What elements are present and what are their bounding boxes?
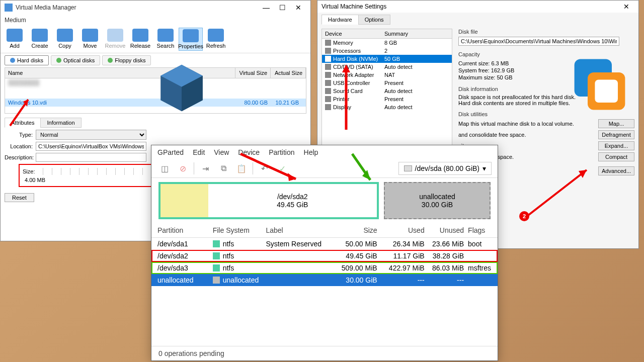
- tool-refresh[interactable]: Refresh: [204, 28, 228, 51]
- menu-edit[interactable]: Edit: [193, 148, 205, 156]
- disk-icon: [404, 165, 412, 171]
- device-row-printer[interactable]: PrinterPresent: [322, 95, 452, 103]
- device-row-display[interactable]: DisplayAuto detect: [322, 103, 452, 111]
- advanced-button[interactable]: Advanced...: [598, 166, 634, 175]
- disk-file-label: Disk file: [458, 29, 634, 35]
- menu-help[interactable]: Help: [304, 148, 318, 156]
- device-row-network-adapter[interactable]: Network AdapterNAT: [322, 71, 452, 79]
- tab-optical-disks[interactable]: Optical disks: [51, 55, 100, 65]
- vbox-app-icon: [5, 4, 13, 12]
- tab-options[interactable]: Options: [358, 15, 390, 25]
- label-type: Type:: [5, 132, 36, 138]
- resize-icon[interactable]: ⇥: [198, 161, 212, 175]
- chevron-down-icon: ▾: [482, 164, 486, 172]
- defragment-button[interactable]: Defragment: [598, 130, 634, 139]
- gparted-statusbar: 0 operations pending: [151, 346, 498, 360]
- close-button[interactable]: ✕: [290, 2, 306, 14]
- tool-copy[interactable]: Copy: [53, 28, 77, 51]
- partition-visualization: /dev/sda2 49.45 GiB unallocated 30.00 Gi…: [158, 182, 491, 219]
- tab-attributes[interactable]: Attributes: [5, 118, 41, 128]
- device-row-processors[interactable]: Processors2: [322, 47, 452, 55]
- close-button[interactable]: ✕: [618, 1, 634, 13]
- tool-release[interactable]: Release: [128, 28, 152, 51]
- apply-icon[interactable]: ✓: [275, 161, 289, 175]
- tool-remove: Remove: [103, 28, 127, 51]
- new-partition-icon[interactable]: ◫: [157, 161, 172, 175]
- menu-gparted[interactable]: GParted: [157, 148, 184, 156]
- undo-icon[interactable]: ↶: [257, 161, 271, 175]
- input-location[interactable]: [36, 142, 146, 151]
- partition-row[interactable]: /dev/sda2ntfs49.45 GiB11.17 GiB38.28 GiB: [151, 250, 498, 262]
- gparted-window: GParted Edit View Device Partition Help …: [151, 145, 498, 361]
- vbox-toolbar: Add Create Copy Move Remove Release Sear…: [1, 26, 310, 53]
- paste-icon[interactable]: 📋: [234, 161, 249, 175]
- partition-row[interactable]: /dev/sda1ntfsSystem Reserved50.00 MiB26.…: [151, 238, 498, 250]
- disk-file-input[interactable]: [458, 37, 619, 46]
- unallocated-viz[interactable]: unallocated 30.00 GiB: [384, 182, 491, 219]
- input-description[interactable]: [36, 153, 146, 162]
- virtualbox-logo: [154, 60, 209, 116]
- partition-row[interactable]: unallocatedunallocated30.00 GiB------: [151, 274, 498, 286]
- device-row-sound-card[interactable]: Sound CardAuto detect: [322, 87, 452, 95]
- copy-icon[interactable]: ⧉: [216, 161, 230, 175]
- tool-search[interactable]: Search: [153, 28, 178, 51]
- partition-table-header: Partition File System Label Size Used Un…: [151, 223, 498, 238]
- vbox-title: Virtual Media Manager: [16, 4, 258, 11]
- menu-view[interactable]: View: [214, 148, 229, 156]
- maximize-button[interactable]: ☐: [274, 2, 290, 14]
- select-type[interactable]: Normal: [36, 130, 146, 140]
- tab-information[interactable]: Information: [40, 118, 81, 128]
- tab-hardware[interactable]: Hardware: [321, 15, 359, 25]
- device-selector[interactable]: /dev/sda (80.00 GiB) ▾: [398, 162, 492, 175]
- vmware-logo: [570, 54, 630, 115]
- device-row-usb-controller[interactable]: USB ControllerPresent: [322, 79, 452, 87]
- tab-floppy-disks[interactable]: Floppy disks: [102, 55, 151, 65]
- label-location: Location:: [5, 143, 36, 149]
- vbox-menu-medium[interactable]: Medium: [1, 15, 310, 26]
- device-row-cd-dvd-sata-[interactable]: CD/DVD (SATA)Auto detect: [322, 63, 452, 71]
- svg-rect-5: [595, 79, 618, 103]
- map-button[interactable]: Map...: [598, 119, 634, 128]
- tool-properties[interactable]: Properties: [179, 28, 203, 51]
- minimize-button[interactable]: —: [258, 2, 274, 14]
- label-description: Description:: [5, 154, 36, 160]
- tab-hard-disks[interactable]: Hard disks: [5, 55, 49, 65]
- tool-create[interactable]: Create: [28, 28, 52, 51]
- vmware-titlebar: Virtual Machine Settings ✕: [317, 1, 638, 13]
- label-size: Size:: [23, 168, 43, 174]
- tool-move[interactable]: Move: [78, 28, 102, 51]
- expand-button[interactable]: Expand...: [598, 141, 634, 150]
- menu-device[interactable]: Device: [238, 148, 260, 156]
- device-row-memory[interactable]: Memory8 GB: [322, 39, 452, 47]
- step-badge-2: 2: [519, 211, 529, 221]
- menu-partition[interactable]: Partition: [269, 148, 294, 156]
- delete-icon[interactable]: ⊘: [176, 161, 190, 175]
- gparted-menubar: GParted Edit View Device Partition Help: [151, 145, 498, 159]
- tool-add[interactable]: Add: [3, 28, 27, 51]
- compact-button[interactable]: Compact: [598, 152, 634, 161]
- partition-row[interactable]: /dev/sda3ntfs509.00 MiB422.97 MiB86.03 M…: [151, 262, 498, 274]
- reset-button[interactable]: Reset: [5, 193, 34, 202]
- device-row-hard-disk-nvme-[interactable]: Hard Disk (NVMe)50 GB: [322, 55, 452, 63]
- vbox-titlebar: Virtual Media Manager — ☐ ✕: [1, 1, 310, 15]
- partition-sda2-viz[interactable]: /dev/sda2 49.45 GiB: [158, 182, 379, 219]
